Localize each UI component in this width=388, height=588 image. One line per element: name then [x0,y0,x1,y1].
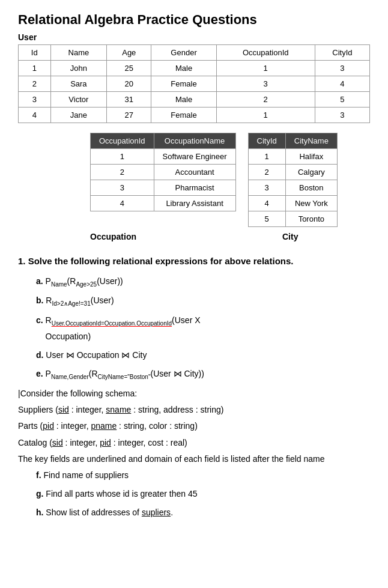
subquestion-b-label: b. [36,296,43,305]
subquestion-h: h. Show list of addresses of supliers. [36,505,370,520]
table-cell: 25 [107,61,151,76]
page-title: Relational Algebra Practice Questions [18,12,370,28]
occupation-table: OccupationIdOccupationName 1Software Eng… [90,133,236,211]
subquestion-e-label: e. [36,369,43,378]
table-cell: 1 [248,149,285,165]
table-cell: 4 [19,108,51,123]
table-cell: Pharmacist [154,180,235,196]
table-cell: New York [285,196,337,211]
table-cell: Jane [50,108,107,123]
table-cell: 3 [248,180,285,196]
city-table-header: CityId [248,133,285,149]
subquestion-f-text: Find name of suppliers [43,470,129,480]
subquestion-f-label: f. [36,470,41,480]
subquestion-e: e. PName,Gender(RCityName="Boston"(User … [36,366,370,383]
table-row: 1Halifax [248,149,337,165]
question-1-number: 1. [18,256,26,266]
table-cell: John [50,61,107,76]
table-cell: 4 [315,76,369,92]
table-cell: Female [151,76,216,92]
table-row: 2Sara20Female34 [19,76,370,92]
table-cell: 5 [248,211,285,227]
table-cell: 3 [315,108,369,123]
table-cell: 3 [19,92,51,108]
subquestion-g: g. Find all parts whose id is greater th… [36,486,370,502]
user-table-header: Gender [151,45,216,61]
user-table: IdNameAgeGenderOccupationIdCityId 1John2… [18,44,370,123]
city-table: CityIdCityName 1Halifax2Calgary3Boston4N… [248,133,338,227]
subquestion-g-label: g. [36,489,43,499]
table-cell: 2 [19,76,51,92]
supliers-underline: supliers [142,508,171,517]
user-table-header: CityId [315,45,369,61]
user-table-header: OccupationId [216,45,315,61]
sub-name: Name [51,280,67,287]
occ-table-header: OccupationName [154,133,235,149]
sname-field: sname [106,405,131,414]
table-cell: 3 [216,76,315,92]
city-table-header: CityName [285,133,337,149]
table-row: 1John25Male13 [19,61,370,76]
table-row: 2Accountant [91,165,236,180]
table-row: 4Library Assistant [91,196,236,211]
table-row: 5Toronto [248,211,337,227]
occupation-table-label: Occupation [90,232,210,241]
table-cell: 3 [91,180,154,196]
schema-catalog: Catalog (sid : integer, pid : integer, c… [18,435,370,450]
subquestion-d: d. User ⋈ Occupation ⋈ City [36,348,370,363]
table-cell: Accountant [154,165,235,180]
table-labels: Occupation City [18,232,370,241]
table-cell: Sara [50,76,107,92]
table-row: 3Boston [248,180,337,196]
schema-parts: Parts (pid : integer, pname : string, co… [18,419,370,434]
pname-field: pname [91,421,117,431]
subquestion-c: c. RUser.OccupationId=Occupation.Occupat… [36,313,370,344]
questions-section: 1. Solve the following relational expres… [18,253,370,383]
subquestion-c-label: c. [36,315,43,325]
table-cell: 27 [107,108,151,123]
table-cell: Male [151,92,216,108]
schema-note: The key fields are underlined and domain… [18,452,370,467]
subquestion-g-text: Find all parts whose id is greater then … [46,489,197,499]
table-row: 2Calgary [248,165,337,180]
catalog-pid-field: pid [100,438,111,447]
subquestion-d-label: d. [36,350,43,360]
table-cell: Halifax [285,149,337,165]
city-table-label: City [282,232,298,241]
table-cell: 1 [216,61,315,76]
schema-intro: |Consider the following schema: [18,386,370,401]
table-row: 3Victor31Male25 [19,92,370,108]
table-cell: 2 [216,92,315,108]
table-cell: 1 [91,149,154,165]
table-cell: Library Assistant [154,196,235,211]
table-cell: Boston [285,180,337,196]
table-row: 3Pharmacist [91,180,236,196]
subquestion-f: f. Find name of suppliers [36,468,370,483]
table-cell: 5 [315,92,369,108]
table-cell: 3 [315,61,369,76]
sub-c-cond: User.OccupationId=Occupation.OccupationI… [52,320,172,327]
user-table-label: User [18,32,370,42]
sub-b-cond: Id>2∧Age!=31 [52,300,90,307]
table-row: 1Software Engineer [91,149,236,165]
table-cell: Software Engineer [154,149,235,165]
question-1-text: Solve the following relational expressio… [28,256,294,266]
schema-suppliers: Suppliers (sid : integer, sname : string… [18,402,370,417]
schema-intro-text: Consider the following schema: [20,389,138,398]
catalog-sid-field: sid [52,438,63,447]
sid-field: sid [58,405,69,414]
table-cell: Toronto [285,211,337,227]
table-cell: 4 [248,196,285,211]
table-cell: 31 [107,92,151,108]
sub-age: Age>25 [76,280,97,287]
user-table-header: Name [50,45,107,61]
table-cell: Calgary [285,165,337,180]
table-row: 4New York [248,196,337,211]
table-cell: Female [151,108,216,123]
table-row: 4Jane27Female13 [19,108,370,123]
user-table-header: Age [107,45,151,61]
table-cell: 4 [91,196,154,211]
table-cell: 2 [91,165,154,180]
question-1-header: 1. Solve the following relational expres… [18,253,370,269]
table-cell: 2 [248,165,285,180]
